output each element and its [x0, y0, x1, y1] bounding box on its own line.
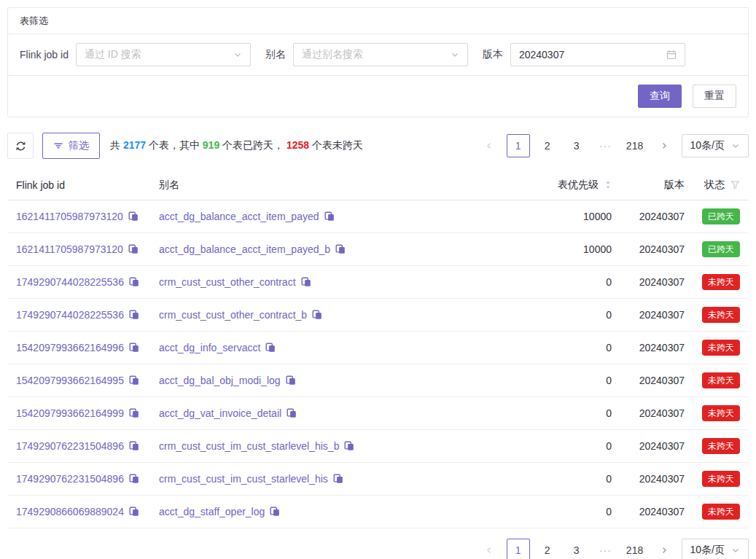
pagination-page-218[interactable]: 218: [623, 539, 647, 559]
pagination-page-218[interactable]: 218: [623, 134, 647, 157]
page-size-select[interactable]: 10条/页: [682, 539, 749, 559]
copy-icon[interactable]: [333, 474, 343, 484]
refresh-button[interactable]: [7, 133, 34, 159]
status-badge: 已跨天: [702, 241, 740, 257]
sorter-icon[interactable]: [604, 179, 612, 190]
stats-uncrossed-count: 1258: [287, 139, 309, 151]
pagination-ellipsis[interactable]: ···: [594, 134, 617, 157]
copy-icon[interactable]: [265, 343, 276, 353]
priority-value: 0: [502, 506, 612, 517]
version-value: 20240307: [612, 243, 685, 255]
pagination-page-2[interactable]: 2: [536, 539, 559, 559]
reset-button[interactable]: 重置: [693, 85, 736, 108]
copy-icon[interactable]: [270, 507, 280, 517]
alias-link[interactable]: acct_dg_vat_invoice_detail: [159, 407, 281, 419]
copy-icon[interactable]: [344, 441, 354, 451]
copy-icon[interactable]: [129, 375, 139, 386]
flink-job-id-link[interactable]: 1749290762231504896: [16, 440, 124, 452]
flink-job-id-link[interactable]: 1621411705987973120: [16, 243, 123, 255]
chevron-down-icon: [233, 50, 242, 59]
table-header-row: Flink job id 别名 表优先级 版本 状态: [7, 170, 749, 200]
pagination-ellipsis[interactable]: ···: [594, 539, 617, 559]
filter-card-title: 表筛选: [8, 8, 748, 34]
table-row: 1542097993662164995acct_dg_bal_obj_modi_…: [7, 364, 749, 397]
pagination-page-1[interactable]: 1: [507, 134, 530, 157]
pagination-page-1[interactable]: 1: [507, 539, 530, 559]
column-header-status[interactable]: 状态: [685, 179, 740, 192]
alias-link[interactable]: acct_dg_bal_obj_modi_log: [159, 375, 281, 386]
flink-job-id-link[interactable]: 1542097993662164999: [16, 407, 124, 419]
pagination-page-3[interactable]: 3: [565, 134, 588, 157]
priority-value: 0: [502, 407, 612, 419]
filter-fields-row: Flink job id 通过 ID 搜索 别名 通过别名搜索 版本 20240…: [8, 34, 748, 76]
table-row: 1749290866069889024acct_dg_staff_oper_lo…: [7, 496, 749, 528]
filter-lines-icon: [53, 141, 63, 151]
pagination-prev-button[interactable]: [478, 134, 501, 157]
alias-link[interactable]: crm_cust_cust_other_contract: [159, 276, 296, 288]
alias-link[interactable]: crm_cust_cust_other_contract_b: [159, 309, 307, 321]
alias-link[interactable]: crm_cust_cust_im_cust_starlevel_his_b: [159, 440, 339, 452]
priority-value: 0: [502, 473, 612, 485]
version-date-input[interactable]: 20240307: [510, 43, 685, 66]
pagination-next-button[interactable]: [652, 134, 676, 157]
flink-job-id-link[interactable]: 1749290866069889024: [16, 506, 124, 517]
flink-job-id-link[interactable]: 1749290762231504896: [16, 473, 124, 485]
flink-job-id-link[interactable]: 1749290744028225536: [16, 276, 124, 288]
refresh-icon: [15, 141, 26, 152]
calendar-icon: [666, 50, 677, 60]
copy-icon[interactable]: [129, 408, 139, 418]
chevron-down-icon: [731, 141, 740, 150]
page-size-value: 10条/页: [690, 544, 725, 557]
pagination-prev-button[interactable]: [478, 539, 501, 559]
version-value: 20240307: [612, 309, 685, 321]
flink-job-id-link[interactable]: 1621411705987973120: [16, 211, 123, 222]
copy-icon[interactable]: [129, 277, 139, 287]
pagination-next-button[interactable]: [652, 539, 676, 559]
alias-link[interactable]: acct_dg_balance_acct_item_payed: [159, 211, 319, 222]
page-size-select[interactable]: 10条/页: [682, 134, 749, 157]
copy-icon[interactable]: [312, 310, 322, 320]
flink-job-id-label: Flink job id: [20, 49, 69, 60]
alias-field: 别名 通过别名搜索: [265, 43, 468, 66]
flink-job-id-select[interactable]: 通过 ID 搜索: [76, 43, 251, 66]
copy-icon[interactable]: [301, 277, 311, 287]
copy-icon[interactable]: [129, 310, 139, 320]
alias-placeholder: 通过别名搜索: [302, 48, 363, 61]
alias-select[interactable]: 通过别名搜索: [293, 43, 468, 66]
copy-icon[interactable]: [335, 244, 346, 254]
alias-link[interactable]: acct_dg_staff_oper_log: [159, 506, 265, 517]
copy-icon[interactable]: [129, 507, 139, 517]
alias-link[interactable]: acct_dg_info_servacct: [159, 342, 260, 353]
priority-value: 10000: [502, 243, 612, 255]
table-stats: 共 2177 个表，其中 919 个表已跨天， 1258 个表未跨天: [110, 139, 363, 152]
pagination-page-2[interactable]: 2: [536, 134, 559, 157]
filter-button[interactable]: 筛选: [42, 133, 100, 159]
status-badge: 未跨天: [702, 372, 740, 388]
stats-text: 个表已跨天，: [219, 139, 287, 151]
version-value: 20240307: [612, 407, 685, 419]
flink-job-id-link[interactable]: 1542097993662164995: [16, 375, 124, 386]
copy-icon[interactable]: [129, 343, 139, 353]
copy-icon[interactable]: [324, 211, 335, 222]
flink-job-id-link[interactable]: 1749290744028225536: [16, 309, 124, 321]
stats-total-count: 2177: [123, 139, 146, 151]
copy-icon[interactable]: [129, 441, 139, 451]
table-row: 1542097993662164999acct_dg_vat_invoice_d…: [7, 397, 749, 430]
copy-icon[interactable]: [128, 211, 139, 222]
table-toolbar: 筛选 共 2177 个表，其中 919 个表已跨天， 1258 个表未跨天 12…: [7, 133, 749, 159]
column-header-priority[interactable]: 表优先级: [502, 179, 612, 192]
search-button[interactable]: 查询: [638, 85, 682, 108]
copy-icon[interactable]: [128, 244, 139, 254]
table-body: 1621411705987973120acct_dg_balance_acct_…: [7, 200, 749, 528]
version-date-value: 20240307: [519, 49, 564, 60]
pagination-page-3[interactable]: 3: [565, 539, 588, 559]
alias-link[interactable]: acct_dg_balance_acct_item_payed_b: [159, 243, 330, 255]
funnel-icon[interactable]: [730, 180, 740, 189]
alias-link[interactable]: crm_cust_cust_im_cust_starlevel_his: [159, 473, 328, 485]
copy-icon[interactable]: [287, 408, 297, 418]
copy-icon[interactable]: [286, 375, 296, 386]
copy-icon[interactable]: [129, 474, 139, 484]
flink-job-id-link[interactable]: 1542097993662164996: [16, 342, 124, 353]
version-field: 版本 20240307: [483, 43, 685, 66]
tables-list: Flink job id 别名 表优先级 版本 状态 1621411705987…: [7, 170, 749, 528]
